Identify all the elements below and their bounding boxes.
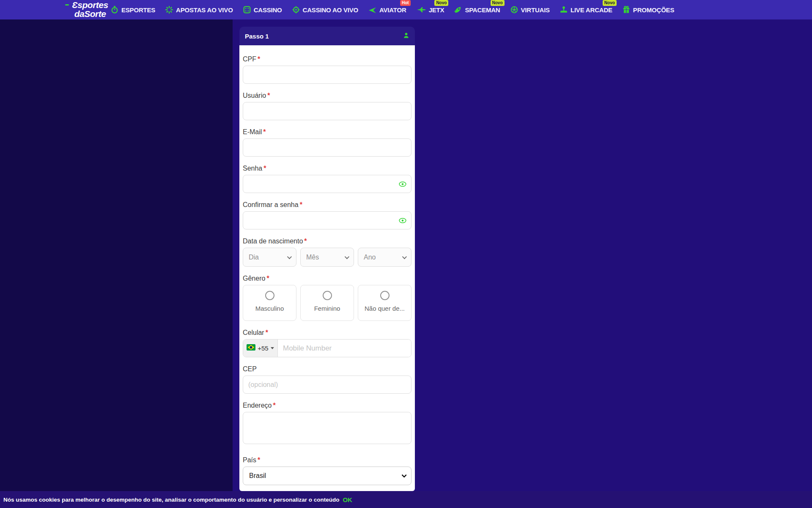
gift-icon: [623, 6, 630, 14]
nav-label: ESPORTES: [121, 6, 155, 14]
nav-item-live-arcade[interactable]: LIVE ARCADE Novo: [560, 0, 612, 19]
nascimento-label: Data de nascimento: [243, 237, 303, 245]
nav-items: ESPORTES APOSTAS AO VIVO CASSINO CASSINO…: [111, 0, 674, 19]
chevron-down-icon: [401, 472, 407, 478]
step-title: Passo 1: [245, 33, 269, 40]
celular-label: Celular: [243, 329, 264, 336]
novo-badge: Novo: [491, 0, 505, 6]
cpf-input[interactable]: [243, 66, 411, 84]
brazil-flag-icon: [247, 344, 255, 352]
required-marker: *: [263, 165, 266, 172]
genero-option-feminino[interactable]: Feminino: [300, 285, 354, 321]
required-marker: *: [273, 402, 276, 409]
novo-badge: Novo: [434, 0, 448, 6]
nav-item-aviator[interactable]: AVIATOR Hot: [368, 0, 406, 19]
nav-item-esportes[interactable]: ESPORTES: [111, 0, 155, 19]
field-cep: CEP: [243, 365, 411, 394]
required-marker: *: [300, 201, 302, 208]
cep-input[interactable]: [243, 375, 411, 394]
cpf-label: CPF: [243, 55, 256, 63]
joystick-icon: [560, 6, 568, 14]
chevron-down-icon: [287, 254, 292, 259]
ano-select[interactable]: Ano: [358, 248, 411, 267]
dial-code: +55: [258, 345, 268, 352]
left-background-panel: [0, 19, 233, 491]
field-celular: Celular* +55: [243, 329, 411, 357]
hot-badge: Hot: [400, 0, 411, 6]
required-marker: *: [263, 128, 266, 135]
mes-select[interactable]: Mês: [300, 248, 354, 267]
required-marker: *: [304, 237, 307, 245]
registration-card: Passo 1 CPF* Usuário* E-Mail* Senha* Con…: [239, 27, 415, 491]
required-marker: *: [258, 55, 260, 63]
nav-item-apostas-ao-vivo[interactable]: APOSTAS AO VIVO: [165, 0, 233, 19]
nav-item-jetx[interactable]: JETX Novo: [417, 0, 444, 19]
mobile-number-input[interactable]: [278, 340, 411, 357]
nav-label: VIRTUAIS: [521, 6, 550, 14]
radio-button-icon: [323, 291, 332, 300]
dia-select[interactable]: Dia: [243, 248, 296, 267]
cookie-ok-button[interactable]: OK: [343, 496, 352, 503]
nav-label: AVIATOR: [379, 6, 406, 14]
pais-select[interactable]: Brasil: [243, 467, 411, 485]
top-nav: Ɛsportes daSorte ESPORTES APOSTAS AO VIV…: [0, 0, 812, 19]
nav-label: SPACEMAN: [465, 6, 500, 14]
nav-label: LIVE ARCADE: [571, 6, 612, 14]
card-header: Passo 1: [239, 27, 415, 45]
chevron-down-icon: [402, 254, 407, 259]
field-senha: Senha*: [243, 164, 411, 193]
required-marker: *: [266, 329, 268, 336]
endereco-textarea[interactable]: [243, 412, 411, 444]
confirmar-senha-input[interactable]: [243, 211, 411, 229]
usuario-input[interactable]: [243, 102, 411, 120]
plane-icon: [368, 6, 376, 14]
genero-option-nao-declarar[interactable]: Não quer de...: [358, 285, 411, 321]
field-data-nascimento: Data de nascimento* Dia Mês Ano: [243, 237, 411, 267]
senha-input[interactable]: [243, 175, 411, 193]
genero-option-masculino[interactable]: Masculino: [243, 285, 296, 321]
caret-down-icon: [271, 347, 274, 349]
dice-icon: [243, 6, 251, 14]
nav-label: APOSTAS AO VIVO: [176, 6, 233, 14]
radio-button-icon: [380, 291, 390, 300]
radio-button-icon: [265, 291, 274, 300]
email-label: E-Mail: [243, 128, 262, 135]
pais-label: País: [243, 456, 256, 464]
genero-label: Gênero: [243, 275, 265, 282]
required-marker: *: [267, 92, 270, 99]
person-icon: [403, 32, 409, 40]
field-email: E-Mail*: [243, 128, 411, 157]
card-body: CPF* Usuário* E-Mail* Senha* Confirmar a…: [239, 45, 415, 491]
chevron-down-icon: [345, 254, 349, 259]
field-endereco: Endereço*: [243, 401, 411, 446]
field-usuario: Usuário*: [243, 91, 411, 120]
field-genero: Gênero* Masculino Feminino Não quer de..…: [243, 274, 411, 321]
cookie-message: Nós usamos cookies para melhorar o desem…: [3, 497, 339, 503]
jet-icon: [417, 6, 426, 13]
senha-label: Senha: [243, 165, 262, 172]
nav-item-promocoes[interactable]: PROMOÇÕES: [623, 0, 674, 19]
nav-item-cassino-ao-vivo[interactable]: CASSINO AO VIVO: [292, 0, 358, 19]
logo-green-accent: [65, 4, 69, 6]
casino-chip-icon: [292, 6, 300, 14]
field-confirmar-senha: Confirmar a senha*: [243, 201, 411, 229]
cep-label: CEP: [243, 365, 257, 373]
nav-item-cassino[interactable]: CASSINO: [243, 0, 282, 19]
nav-item-virtuais[interactable]: VIRTUAIS: [510, 0, 550, 19]
field-pais: País* Brasil: [243, 456, 411, 485]
email-input[interactable]: [243, 138, 411, 157]
nav-item-spaceman[interactable]: SPACEMAN Novo: [454, 0, 500, 19]
nav-label: PROMOÇÕES: [633, 6, 674, 14]
show-password-eye-icon[interactable]: [399, 181, 406, 187]
show-password-eye-icon[interactable]: [399, 218, 406, 223]
usuario-label: Usuário: [243, 92, 266, 99]
required-marker: *: [266, 275, 269, 282]
endereco-label: Endereço: [243, 402, 272, 409]
field-cpf: CPF*: [243, 55, 411, 84]
cookie-consent-bar: Nós usamos cookies para melhorar o desem…: [0, 491, 812, 508]
soccer-ball-icon: [510, 6, 518, 14]
country-dial-code-dropdown[interactable]: +55: [243, 340, 278, 357]
rocket-icon: [454, 6, 462, 14]
nav-label: CASSINO: [254, 6, 282, 14]
nav-label: CASSINO AO VIVO: [303, 6, 358, 14]
